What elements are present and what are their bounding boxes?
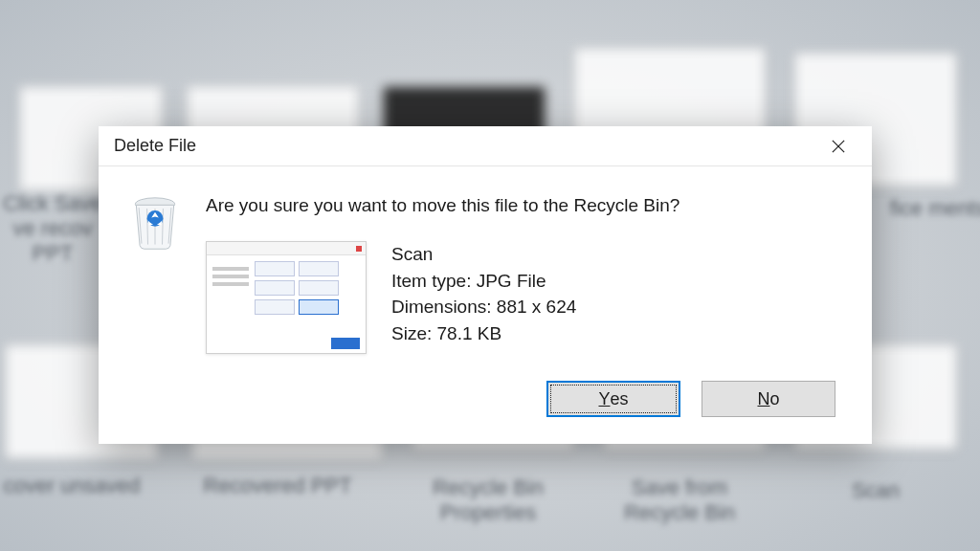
recycle-bin-icon — [129, 195, 181, 253]
icon-column — [129, 195, 185, 364]
dialog-content: Are you sure you want to move this file … — [99, 166, 872, 381]
no-accel: N — [757, 389, 769, 409]
bg-label: Scan — [813, 478, 938, 503]
bg-label: Save from Recycle Bin — [593, 475, 766, 525]
titlebar[interactable]: Delete File — [99, 126, 872, 166]
yes-button[interactable]: Yes — [546, 381, 680, 417]
yes-accel: Y — [598, 389, 610, 409]
file-thumbnail — [206, 241, 367, 354]
file-size: Size: 78.1 KB — [391, 320, 576, 347]
file-metadata: Scan Item type: JPG File Dimensions: 881… — [391, 241, 576, 346]
close-icon — [832, 140, 845, 153]
bg-label: Recycle Bin Properties — [402, 475, 574, 525]
button-row: Yes No — [99, 381, 872, 444]
close-button[interactable] — [816, 126, 860, 166]
file-type: Item type: JPG File — [391, 268, 576, 295]
bg-label: Recovered PPT — [191, 474, 364, 498]
file-row: Scan Item type: JPG File Dimensions: 881… — [206, 241, 839, 354]
yes-rest: es — [611, 389, 629, 409]
no-button[interactable]: No — [702, 381, 835, 417]
delete-file-dialog: Delete File Are you sure you want to mov… — [99, 126, 872, 444]
file-name: Scan — [391, 241, 576, 268]
bg-label: Click Save ve recov PPT — [0, 191, 115, 266]
file-dimensions: Dimensions: 881 x 624 — [391, 294, 576, 320]
body-column: Are you sure you want to move this file … — [206, 195, 839, 364]
bg-label: cover unsaved — [0, 474, 153, 498]
no-rest: o — [769, 389, 779, 409]
bg-label: fice ments — [880, 196, 980, 221]
prompt-text: Are you sure you want to move this file … — [206, 195, 839, 216]
dialog-title: Delete File — [114, 136, 816, 156]
